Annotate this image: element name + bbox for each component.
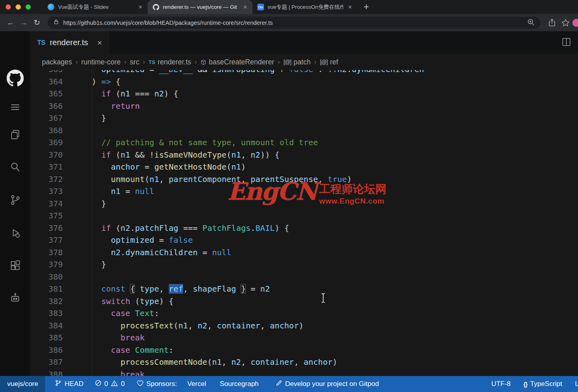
code-text[interactable]: const { type, ref, shapeFlag } = n2 [82, 283, 578, 295]
code-line-369[interactable]: 369 // patching & not same type, unmount… [30, 136, 578, 149]
line-number[interactable]: 378 [30, 246, 82, 259]
code-line-365[interactable]: 365 if (n1 === n2) { [30, 88, 578, 100]
line-number[interactable]: 376 [30, 222, 82, 234]
breadcrumb-item-src[interactable]: src [130, 58, 139, 66]
language-indicator[interactable]: {} TypeScript [524, 380, 562, 388]
new-tab-button[interactable]: + [364, 2, 369, 12]
code-text[interactable] [82, 271, 578, 283]
code-text[interactable]: } [82, 112, 578, 124]
extensions-icon[interactable] [9, 260, 21, 273]
sponsor-vercel[interactable]: Vercel [187, 380, 206, 388]
code-line-384[interactable]: 384 processText(n1, n2, container, ancho… [30, 320, 578, 332]
line-number[interactable]: 388 [30, 368, 82, 376]
zoom-icon[interactable] [527, 18, 535, 28]
share-icon[interactable] [545, 18, 559, 27]
code-line-366[interactable]: 366 return [30, 100, 578, 112]
code-line-388[interactable]: 388 break [30, 368, 578, 376]
code-line-367[interactable]: 367 } [30, 112, 578, 124]
browser-tab-processon[interactable]: On vue专题 | ProcessOn免费在线作 × [252, 0, 357, 14]
code-text[interactable]: optimized = false [82, 234, 578, 246]
line-number[interactable]: 372 [30, 173, 82, 186]
code-line-368[interactable]: 368 [30, 124, 578, 137]
line-number[interactable]: 382 [30, 295, 82, 308]
code-text[interactable]: processCommentNode(n1, n2, container, an… [82, 356, 578, 368]
sponsors-item[interactable]: Sponsors: [137, 380, 177, 388]
remote-indicator[interactable]: vuejs/core [0, 376, 45, 392]
robot-icon[interactable] [9, 292, 21, 306]
code-line-363[interactable]: 363 optimized = __DEV__ && isHmrUpdating… [30, 70, 578, 76]
code-line-387[interactable]: 387 processCommentNode(n1, n2, container… [30, 356, 578, 368]
close-window-button[interactable] [6, 4, 11, 10]
line-number[interactable]: 383 [30, 307, 82, 320]
line-number[interactable]: 377 [30, 234, 82, 246]
code-area[interactable]: 363 optimized = __DEV__ && isHmrUpdating… [30, 70, 578, 376]
problems-indicator[interactable]: 0 0 [95, 380, 125, 388]
code-line-380[interactable]: 380 [30, 271, 578, 283]
code-line-371[interactable]: 371 anchor = getNextHostNode(n1) [30, 161, 578, 173]
github-logo-icon[interactable] [6, 70, 24, 88]
breadcrumb-item-runtime-core[interactable]: runtime-core [81, 58, 120, 66]
address-bar[interactable]: https://github1s.com/vuejs/core/blob/HEA… [48, 17, 540, 29]
code-text[interactable]: } [82, 258, 578, 271]
line-number[interactable]: 365 [30, 88, 82, 100]
code-text[interactable]: unmount(n1, parentComponent, parentSuspe… [82, 173, 578, 186]
line-number[interactable]: 381 [30, 283, 82, 295]
line-number[interactable]: 364 [30, 76, 82, 88]
code-line-373[interactable]: 373 n1 = null [30, 185, 578, 198]
browser-tab-github1s[interactable]: renderer.ts — vuejs/core — Git × [148, 0, 252, 14]
browser-tab-slidev[interactable]: Vue面试专题 - Slidev × [43, 0, 148, 14]
line-number[interactable]: 375 [30, 210, 82, 222]
breadcrumb-item-renderer-ts[interactable]: TSrenderer.ts [148, 58, 191, 66]
code-text[interactable]: if (n2.patchFlag === PatchFlags.BAIL) { [82, 222, 578, 234]
code-text[interactable] [82, 124, 578, 137]
extension-avatar-icon[interactable] [572, 19, 578, 27]
code-text[interactable]: optimized = __DEV__ && isHmrUpdating ? f… [82, 70, 578, 76]
code-text[interactable]: case Comment: [82, 344, 578, 356]
code-line-379[interactable]: 379 } [30, 258, 578, 271]
close-tab-icon[interactable]: × [347, 4, 353, 10]
line-number[interactable]: 363 [30, 70, 82, 76]
line-number[interactable]: 370 [30, 149, 82, 161]
code-line-376[interactable]: 376 if (n2.patchFlag === PatchFlags.BAIL… [30, 222, 578, 234]
code-text[interactable]: case Text: [82, 307, 578, 320]
line-number[interactable]: 387 [30, 356, 82, 368]
gitpod-item[interactable]: Develop your project on Gitpod [276, 380, 379, 388]
line-number[interactable]: 374 [30, 198, 82, 210]
back-icon[interactable]: ← [4, 18, 17, 27]
close-tab-icon[interactable]: × [137, 4, 144, 10]
editor-tab-renderer-ts[interactable]: TS renderer.ts × [30, 31, 109, 54]
code-text[interactable]: processText(n1, n2, container, anchor) [82, 320, 578, 332]
code-line-385[interactable]: 385 break [30, 332, 578, 344]
code-line-377[interactable]: 377 optimized = false [30, 234, 578, 246]
code-line-372[interactable]: 372 unmount(n1, parentComponent, parentS… [30, 173, 578, 186]
breadcrumb-item-patch[interactable]: [@]patch [284, 58, 311, 66]
line-number[interactable]: 366 [30, 100, 82, 112]
breadcrumb-item-basecreaterenderer[interactable]: baseCreateRenderer [200, 58, 274, 66]
code-line-375[interactable]: 375 [30, 210, 578, 222]
breadcrumb-item-packages[interactable]: packages [42, 58, 72, 66]
code-text[interactable] [82, 210, 578, 222]
code-text[interactable]: if (n1 && !isSameVNodeType(n1, n2)) { [82, 149, 578, 161]
line-number[interactable]: 368 [30, 124, 82, 137]
bookmark-star-icon[interactable] [559, 18, 572, 27]
line-number[interactable]: 386 [30, 344, 82, 356]
run-debug-icon[interactable] [9, 227, 21, 240]
code-text[interactable]: break [82, 332, 578, 344]
code-text[interactable]: break [82, 368, 578, 376]
code-text[interactable]: anchor = getNextHostNode(n1) [82, 161, 578, 173]
code-text[interactable]: return [82, 100, 578, 112]
source-control-icon[interactable] [9, 194, 21, 208]
line-col-indicator[interactable]: L [575, 380, 578, 388]
explorer-icon[interactable] [9, 129, 21, 142]
line-number[interactable]: 367 [30, 112, 82, 124]
fullscreen-window-button[interactable] [26, 4, 31, 10]
line-number[interactable]: 380 [30, 271, 82, 283]
code-line-386[interactable]: 386 case Comment: [30, 344, 578, 356]
code-line-381[interactable]: 381 const { type, ref, shapeFlag } = n2 [30, 283, 578, 295]
line-number[interactable]: 371 [30, 161, 82, 173]
code-line-383[interactable]: 383 case Text: [30, 307, 578, 320]
split-editor-icon[interactable] [561, 37, 572, 49]
line-number[interactable]: 379 [30, 258, 82, 271]
code-text[interactable]: n2.dynamicChildren = null [82, 246, 578, 259]
line-number[interactable]: 385 [30, 332, 82, 344]
